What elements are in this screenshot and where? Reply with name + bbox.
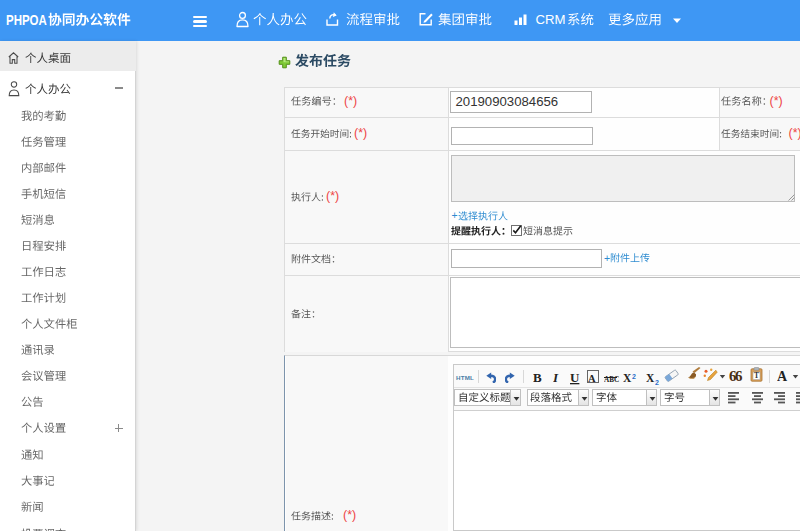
svg-text:T: T xyxy=(754,371,759,380)
svg-text:A: A xyxy=(777,369,788,384)
svg-text:66: 66 xyxy=(729,368,743,384)
svg-text:2: 2 xyxy=(632,373,636,380)
svg-text:B: B xyxy=(533,370,542,385)
svg-text:X: X xyxy=(623,372,632,384)
svg-text:A: A xyxy=(588,373,596,384)
svg-text:U: U xyxy=(570,370,580,385)
svg-text:X: X xyxy=(646,372,655,384)
svg-text:2: 2 xyxy=(655,379,659,386)
svg-text:I: I xyxy=(553,370,559,385)
svg-text:HTML: HTML xyxy=(456,374,474,381)
